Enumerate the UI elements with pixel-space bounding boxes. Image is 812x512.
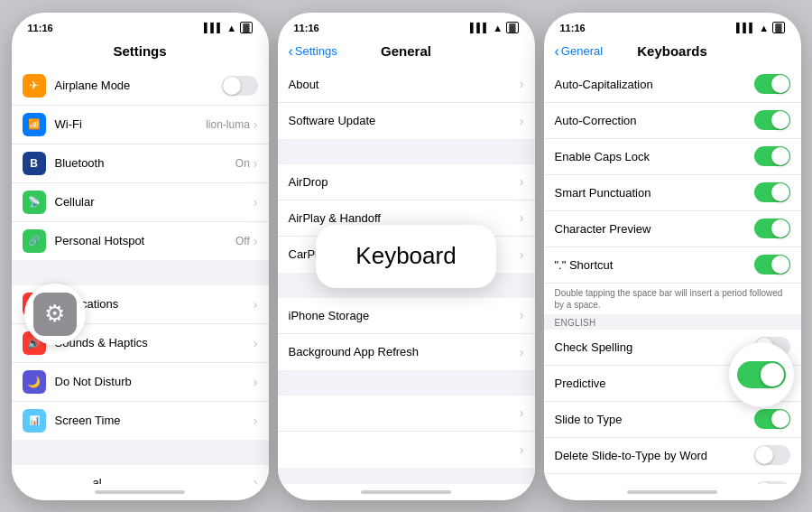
airplane-icon: ✈ bbox=[23, 74, 46, 98]
shortcut-toggle[interactable] bbox=[754, 255, 790, 275]
nav-back-3[interactable]: ‹ General bbox=[555, 44, 604, 59]
nav-bar-2: ‹ Settings General bbox=[278, 38, 535, 67]
list-item-wifi[interactable]: 📶 Wi-Fi lion-luma › bbox=[12, 106, 269, 144]
predictive-label: Predictive bbox=[555, 377, 754, 390]
bluetooth-icon: B bbox=[23, 152, 46, 175]
phone-1-settings: 11:16 ▌▌▌ ▲ ▓ Settings ✈ Airplane Mode 📶… bbox=[12, 13, 269, 500]
caps-lock-toggle[interactable] bbox=[754, 146, 790, 166]
dnd-label: Do Not Disturb bbox=[55, 375, 254, 388]
char-preview-toggle[interactable] bbox=[754, 219, 790, 238]
list-item-smart-punct[interactable]: Smart Punctuation bbox=[544, 175, 801, 211]
list-item-iphone-storage[interactable]: iPhone Storage › bbox=[278, 298, 535, 334]
phones-container: 11:16 ▌▌▌ ▲ ▓ Settings ✈ Airplane Mode 📶… bbox=[0, 0, 812, 512]
general-sep-4 bbox=[278, 468, 535, 484]
list-item-slide-to-type[interactable]: Slide to Type bbox=[544, 402, 801, 438]
slide-to-type-toggle[interactable] bbox=[754, 409, 790, 429]
wifi-label: Wi-Fi bbox=[55, 117, 207, 131]
list-item-char-preview[interactable]: Character Preview bbox=[544, 211, 801, 247]
nav-bar-1: Settings bbox=[12, 38, 269, 67]
nav-back-2[interactable]: ‹ Settings bbox=[289, 44, 337, 59]
list-item-software-update[interactable]: Software Update › bbox=[278, 103, 535, 139]
phone-2-general: 11:16 ▌▌▌ ▲ ▓ ‹ Settings General About ›… bbox=[278, 13, 535, 500]
settings-list-3: Auto-Capitalization Auto-Correction Enab… bbox=[544, 67, 801, 484]
bluetooth-value: On bbox=[235, 157, 250, 170]
auto-cap-toggle[interactable] bbox=[754, 74, 790, 94]
iphone-storage-label: iPhone Storage bbox=[289, 309, 520, 322]
list-item-airdrop[interactable]: AirDrop › bbox=[278, 164, 535, 200]
list-item-caps-lock[interactable]: Enable Caps Lock bbox=[544, 139, 801, 175]
general-page-title: General bbox=[381, 43, 431, 59]
list-item-general[interactable]: al › bbox=[12, 465, 269, 484]
list-item-delete-slide[interactable]: Delete Slide-to-Type by Word bbox=[544, 438, 801, 474]
keyboards-section-1: Auto-Capitalization Auto-Correction Enab… bbox=[544, 67, 801, 314]
status-icons-2: ▌▌▌ ▲ ▓ bbox=[470, 22, 518, 33]
time-3: 11:16 bbox=[560, 23, 586, 33]
blank1-chevron: › bbox=[520, 405, 524, 420]
enable-dictation-toggle[interactable] bbox=[754, 481, 790, 484]
status-bar-3: 11:16 ▌▌▌ ▲ ▓ bbox=[544, 13, 801, 38]
list-item-bluetooth[interactable]: B Bluetooth On › bbox=[12, 144, 269, 183]
airplay-label: AirPlay & Handoff bbox=[289, 211, 520, 225]
about-label: About bbox=[289, 78, 520, 91]
slide-toggle-large[interactable] bbox=[737, 361, 786, 388]
cellular-icon: 📡 bbox=[23, 191, 46, 214]
list-item-auto-cap[interactable]: Auto-Capitalization bbox=[544, 67, 801, 103]
general-section-1: About › Software Update › bbox=[278, 67, 535, 139]
auto-cap-label: Auto-Capitalization bbox=[555, 78, 754, 91]
home-bar-3 bbox=[627, 490, 717, 494]
settings-title: Settings bbox=[113, 43, 166, 59]
home-bar-2 bbox=[361, 490, 451, 494]
back-label-2: Settings bbox=[295, 44, 337, 58]
slide-toggle-overlay bbox=[729, 342, 794, 407]
battery-icon-3: ▓ bbox=[772, 22, 784, 33]
airplane-toggle[interactable] bbox=[222, 76, 258, 96]
wifi-value: lion-luma bbox=[206, 118, 250, 131]
list-item-about[interactable]: About › bbox=[278, 67, 535, 103]
home-indicator-2 bbox=[278, 484, 535, 500]
status-icons-3: ▌▌▌ ▲ ▓ bbox=[736, 22, 784, 33]
back-label-3: General bbox=[561, 44, 603, 58]
list-item-shortcut[interactable]: "." Shortcut bbox=[544, 247, 801, 284]
list-item-airplane[interactable]: ✈ Airplane Mode bbox=[12, 67, 269, 106]
separator-2 bbox=[12, 440, 269, 465]
status-icons-1: ▌▌▌ ▲ ▓ bbox=[204, 22, 252, 33]
signal-icon-3: ▌▌▌ bbox=[736, 23, 755, 33]
check-spelling-label: Check Spelling bbox=[555, 340, 754, 354]
smart-punct-label: Smart Punctuation bbox=[555, 186, 754, 200]
list-item-enable-dictation[interactable]: Enable Dictation bbox=[544, 474, 801, 484]
wifi-chevron: › bbox=[254, 117, 258, 132]
wifi-icon-3: ▲ bbox=[759, 23, 769, 33]
auto-correct-toggle[interactable] bbox=[754, 110, 790, 130]
delete-slide-label: Delete Slide-to-Type by Word bbox=[555, 449, 754, 462]
settings-list-1: ✈ Airplane Mode 📶 Wi-Fi lion-luma › B Bl… bbox=[12, 67, 269, 484]
phone-3-keyboards: 11:16 ▌▌▌ ▲ ▓ ‹ General Keyboards Auto-C… bbox=[544, 13, 801, 500]
smart-punct-toggle[interactable] bbox=[754, 182, 790, 202]
gear-icon: ⚙ bbox=[33, 293, 77, 336]
list-item-blank1[interactable]: › bbox=[278, 396, 535, 432]
delete-slide-toggle[interactable] bbox=[754, 445, 790, 465]
home-indicator-1 bbox=[12, 484, 269, 500]
caps-lock-label: Enable Caps Lock bbox=[555, 150, 754, 163]
list-item-blank2[interactable]: › bbox=[278, 432, 535, 468]
airplay-chevron: › bbox=[520, 210, 524, 225]
list-item-screentime[interactable]: 📊 Screen Time › bbox=[12, 402, 269, 440]
list-item-hotspot[interactable]: 🔗 Personal Hotspot Off › bbox=[12, 222, 269, 260]
list-item-dnd[interactable]: 🌙 Do Not Disturb › bbox=[12, 363, 269, 402]
general-label: al bbox=[93, 476, 254, 484]
list-item-background[interactable]: Background App Refresh › bbox=[278, 334, 535, 370]
bluetooth-chevron: › bbox=[254, 156, 258, 171]
sounds-chevron: › bbox=[254, 336, 258, 350]
keyboard-popup: Keyboard bbox=[316, 225, 496, 288]
list-item-auto-correct[interactable]: Auto-Correction bbox=[544, 103, 801, 139]
list-item-cellular[interactable]: 📡 Cellular › bbox=[12, 183, 269, 222]
english-section-label: ENGLISH bbox=[544, 314, 801, 330]
gear-overlay: ⚙ bbox=[24, 284, 86, 345]
general-section-3: iPhone Storage › Background App Refresh … bbox=[278, 298, 535, 370]
airdrop-chevron: › bbox=[520, 174, 524, 189]
dnd-icon: 🌙 bbox=[23, 370, 46, 394]
hotspot-icon: 🔗 bbox=[23, 229, 46, 253]
wifi-icon: 📶 bbox=[23, 113, 46, 136]
general-chevron: › bbox=[254, 475, 258, 484]
nav-bar-3: ‹ General Keyboards bbox=[544, 38, 801, 67]
shortcut-info: Double tapping the space bar will insert… bbox=[544, 284, 801, 314]
